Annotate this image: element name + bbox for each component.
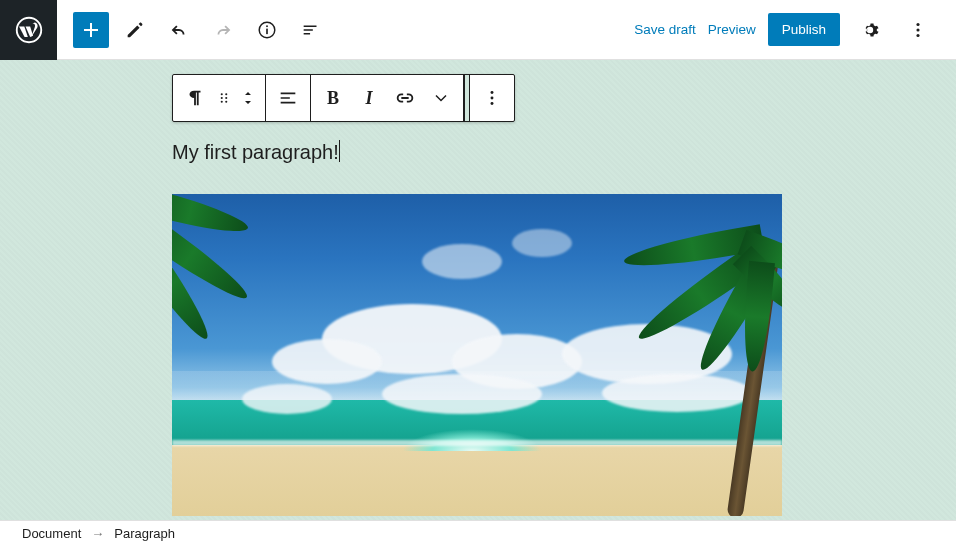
align-left-icon [277, 87, 299, 109]
list-view-icon [300, 19, 322, 41]
block-type-button[interactable] [177, 75, 213, 121]
wordpress-logo[interactable] [0, 0, 57, 60]
editor-topbar: Save draft Preview Publish [0, 0, 956, 60]
link-icon [394, 87, 416, 109]
paragraph-text: My first paragraph! [172, 141, 339, 163]
svg-point-14 [491, 97, 494, 100]
svg-point-15 [491, 102, 494, 105]
italic-glyph: I [365, 88, 372, 109]
svg-rect-3 [266, 25, 268, 27]
wordpress-logo-icon [15, 16, 43, 44]
svg-point-11 [221, 101, 223, 103]
bold-button[interactable]: B [315, 75, 351, 121]
svg-point-6 [916, 33, 919, 36]
preview-button[interactable]: Preview [708, 22, 756, 37]
list-view-button[interactable] [293, 12, 329, 48]
more-vertical-icon [907, 19, 929, 41]
info-icon [256, 19, 278, 41]
add-block-button[interactable] [73, 12, 109, 48]
pencil-icon [124, 19, 146, 41]
topbar-left-tools [57, 12, 329, 48]
plus-icon [79, 18, 103, 42]
link-button[interactable] [387, 75, 423, 121]
svg-rect-2 [266, 28, 268, 34]
paragraph-block[interactable]: My first paragraph! [172, 140, 784, 164]
breadcrumb-current[interactable]: Paragraph [114, 526, 175, 541]
align-button[interactable] [270, 75, 306, 121]
drag-handle[interactable] [213, 75, 235, 121]
more-rich-text-button[interactable] [423, 75, 459, 121]
breadcrumb-root[interactable]: Document [22, 526, 81, 541]
paragraph-icon [184, 87, 206, 109]
undo-button[interactable] [161, 12, 197, 48]
move-updown-button[interactable] [235, 75, 261, 121]
more-menu-button[interactable] [900, 12, 936, 48]
palm-right [572, 194, 782, 514]
breadcrumb-separator: → [91, 526, 104, 541]
svg-point-8 [225, 93, 227, 95]
tools-button[interactable] [117, 12, 153, 48]
image-block[interactable] [172, 194, 782, 516]
svg-point-7 [221, 93, 223, 95]
chevron-down-icon [431, 88, 451, 108]
svg-point-5 [916, 28, 919, 31]
block-breadcrumb: Document → Paragraph [0, 520, 956, 546]
drag-handle-icon [215, 89, 233, 107]
block-more-button[interactable] [474, 75, 510, 121]
text-caret [339, 140, 340, 162]
bold-glyph: B [327, 88, 339, 109]
gear-icon [859, 19, 881, 41]
more-vertical-icon [481, 87, 503, 109]
redo-icon [212, 19, 234, 41]
move-updown-icon [239, 86, 257, 110]
undo-icon [168, 19, 190, 41]
palm-left [172, 194, 282, 314]
italic-button[interactable]: I [351, 75, 387, 121]
editor-canvas[interactable]: B I My first paragraph! [0, 60, 956, 520]
details-button[interactable] [249, 12, 285, 48]
redo-button[interactable] [205, 12, 241, 48]
block-toolbar: B I [172, 74, 515, 122]
svg-point-4 [916, 22, 919, 25]
content-column: B I My first paragraph! [172, 74, 784, 516]
save-draft-button[interactable]: Save draft [634, 22, 696, 37]
publish-button[interactable]: Publish [768, 13, 840, 46]
svg-point-9 [221, 97, 223, 99]
svg-point-12 [225, 101, 227, 103]
svg-point-10 [225, 97, 227, 99]
topbar-right-actions: Save draft Preview Publish [634, 12, 956, 48]
svg-point-13 [491, 91, 494, 94]
settings-button[interactable] [852, 12, 888, 48]
